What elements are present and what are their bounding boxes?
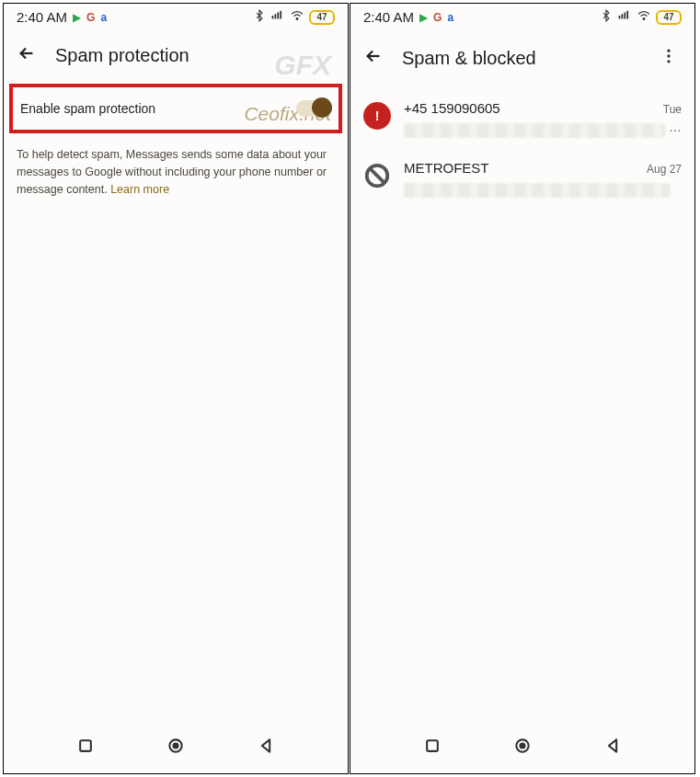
app-a-icon: a bbox=[100, 11, 107, 24]
page-title: Spam protection bbox=[55, 45, 335, 66]
spam-list: ! +45 159090605 Tue … bbox=[350, 87, 694, 211]
overflow-menu-icon[interactable] bbox=[656, 43, 682, 73]
page-title: Spam & blocked bbox=[402, 48, 637, 69]
recent-apps-button[interactable] bbox=[76, 737, 95, 759]
play-store-icon: ▶ bbox=[73, 11, 81, 24]
android-nav-bar bbox=[4, 718, 348, 773]
toggle-switch[interactable] bbox=[296, 100, 329, 117]
svg-point-7 bbox=[174, 744, 178, 748]
svg-rect-11 bbox=[626, 11, 628, 19]
date-label: Tue bbox=[663, 103, 682, 116]
app-header: Spam & blocked bbox=[350, 27, 694, 87]
date-label: Aug 27 bbox=[647, 163, 682, 176]
svg-point-12 bbox=[643, 18, 645, 20]
spam-item[interactable]: ! +45 159090605 Tue … bbox=[350, 91, 694, 151]
status-clock: 2:40 AM bbox=[17, 9, 67, 25]
status-bar: 2:40 AM ▶ G a 47 bbox=[4, 4, 348, 27]
ellipsis-icon: … bbox=[669, 120, 682, 134]
back-button[interactable] bbox=[257, 737, 275, 759]
svg-rect-8 bbox=[619, 16, 621, 19]
block-icon bbox=[363, 162, 391, 189]
svg-rect-0 bbox=[272, 16, 274, 19]
learn-more-link[interactable]: Learn more bbox=[110, 183, 169, 196]
signal-icon bbox=[617, 9, 632, 25]
svg-rect-9 bbox=[622, 14, 624, 18]
bluetooth-icon bbox=[600, 9, 613, 25]
app-a-icon: a bbox=[447, 11, 453, 24]
svg-rect-2 bbox=[277, 13, 279, 19]
svg-point-14 bbox=[667, 54, 670, 57]
android-nav-bar bbox=[350, 718, 694, 773]
back-button[interactable] bbox=[603, 737, 622, 759]
google-g-icon: G bbox=[433, 11, 442, 24]
svg-point-4 bbox=[296, 18, 298, 20]
battery-icon: 47 bbox=[309, 10, 335, 25]
bluetooth-icon bbox=[253, 9, 266, 25]
info-text: To help detect spam, Messages sends some… bbox=[4, 146, 348, 198]
home-button[interactable] bbox=[166, 737, 185, 759]
svg-point-15 bbox=[667, 60, 670, 63]
toggle-label: Enable spam protection bbox=[20, 101, 155, 116]
status-clock: 2:40 AM bbox=[363, 9, 414, 25]
svg-point-13 bbox=[667, 50, 670, 52]
wifi-icon bbox=[290, 9, 304, 25]
app-header: Spam protection bbox=[4, 27, 348, 82]
back-arrow-icon[interactable] bbox=[363, 46, 384, 70]
play-store-icon: ▶ bbox=[419, 11, 428, 24]
enable-spam-toggle-row[interactable]: Enable spam protection bbox=[9, 84, 342, 133]
svg-rect-18 bbox=[427, 740, 438, 751]
status-bar: 2:40 AM ▶ G a 47 bbox=[350, 4, 694, 27]
home-button[interactable] bbox=[513, 737, 532, 759]
spam-item[interactable]: METROFEST Aug 27 bbox=[350, 151, 694, 211]
alert-icon: ! bbox=[363, 102, 391, 130]
battery-icon: 47 bbox=[656, 10, 682, 25]
back-arrow-icon[interactable] bbox=[17, 43, 37, 67]
message-preview bbox=[404, 183, 671, 198]
svg-line-17 bbox=[370, 168, 384, 183]
wifi-icon bbox=[637, 9, 651, 25]
signal-icon bbox=[270, 9, 285, 25]
svg-rect-5 bbox=[80, 740, 91, 751]
svg-rect-1 bbox=[275, 14, 277, 18]
sender-label: METROFEST bbox=[404, 160, 489, 176]
recent-apps-button[interactable] bbox=[423, 737, 442, 759]
svg-point-20 bbox=[521, 744, 525, 748]
sender-label: +45 159090605 bbox=[404, 100, 500, 116]
svg-rect-3 bbox=[280, 11, 281, 19]
message-preview bbox=[404, 123, 665, 138]
google-g-icon: G bbox=[86, 11, 95, 24]
phone-spam-protection: 2:40 AM ▶ G a 47 Spa bbox=[3, 3, 349, 774]
phone-spam-blocked: 2:40 AM ▶ G a 47 Spa bbox=[350, 3, 695, 774]
svg-rect-10 bbox=[624, 13, 625, 19]
info-body: To help detect spam, Messages sends some… bbox=[17, 148, 327, 196]
